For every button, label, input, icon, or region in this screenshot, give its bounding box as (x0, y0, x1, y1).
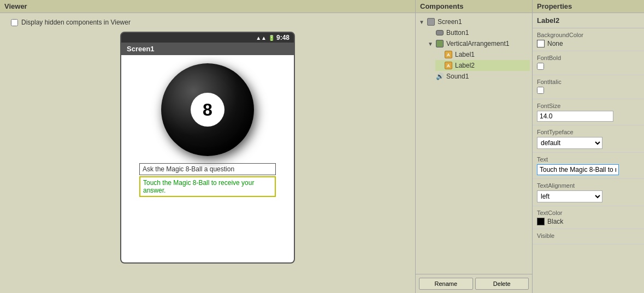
tree-label-vert1: VerticalArrangement1 (446, 40, 509, 47)
tree-label-label2: Label2 (455, 62, 475, 69)
properties-panel: Properties Label2 BackgroundColor None F… (533, 0, 644, 293)
tree-item-sound1[interactable]: 🔊 Sound1 (427, 71, 530, 82)
tree-item-button1[interactable]: Button1 (427, 27, 530, 38)
status-icons: ▲▲ 🔋 9:48 (256, 34, 289, 41)
sound-icon: 🔊 (435, 72, 444, 81)
properties-header: Properties (533, 0, 644, 13)
tree-label-label1: Label1 (455, 51, 475, 58)
prop-label-fonttypeface: FontTypeface (537, 129, 640, 135)
prop-font-bold: FontBold (533, 51, 644, 75)
tree-item-label1[interactable]: A Label1 (435, 49, 530, 60)
label1-box[interactable]: Ask the Magic 8-Ball a question (139, 163, 276, 175)
wifi-icon: ▲▲ (256, 35, 267, 41)
phone-screen-title: Screen1 (121, 43, 294, 55)
prop-text: Text (533, 153, 644, 179)
components-header: Components (416, 0, 532, 13)
eightball-circle: 8 (191, 93, 224, 127)
label2-icon: A (444, 61, 453, 70)
viewer-header: Viewer (0, 0, 415, 13)
prop-label-fontbold: FontBold (537, 55, 640, 61)
button-icon (435, 28, 444, 37)
rename-button[interactable]: Rename (419, 278, 473, 290)
prop-label-visible: Visible (537, 232, 640, 239)
fontitalic-checkbox[interactable] (537, 87, 544, 94)
label2-box[interactable]: Touch the Magic 8-Ball to receive your a… (139, 176, 276, 197)
prop-label-bgcolor: BackgroundColor (537, 32, 640, 38)
prop-background-color: BackgroundColor None (533, 28, 644, 51)
textcolor-swatch[interactable] (537, 218, 545, 225)
tree-label-button1: Button1 (446, 29, 469, 37)
tree-item-label2[interactable]: A Label2 (435, 60, 530, 71)
textalignment-row: left center right (537, 190, 640, 202)
delete-button[interactable]: Delete (475, 278, 529, 290)
prop-font-italic: FontItalic (533, 75, 644, 99)
bgcolor-text: None (547, 40, 563, 47)
display-hidden-label: Display hidden components in Viewer (21, 19, 131, 26)
tree-item-vert1[interactable]: ▼ VerticalArrangement1 (427, 38, 530, 49)
eightball-number: 8 (203, 100, 212, 120)
tree-toggle-screen1[interactable]: ▼ (419, 19, 424, 25)
prop-label-textalignment: TextAlignment (537, 182, 640, 189)
tree-label-screen1: Screen1 (438, 18, 462, 26)
prop-text-color: TextColor Black (533, 206, 644, 229)
prop-font-typeface: FontTypeface default serif sans serif mo… (533, 125, 644, 153)
textalignment-select[interactable]: left center right (537, 190, 602, 202)
tree-toggle-vert1[interactable]: ▼ (428, 41, 433, 47)
fonttypeface-row: default serif sans serif monospace (537, 137, 640, 149)
prop-label-fontsize: FontSize (537, 103, 640, 109)
phone-status-bar: ▲▲ 🔋 9:48 (121, 33, 294, 43)
screen-icon (427, 17, 435, 26)
prop-value-textcolor: Black (537, 218, 640, 225)
fontbold-checkbox[interactable] (537, 63, 544, 70)
tree-item-screen1[interactable]: ▼ Screen1 (418, 16, 530, 27)
phone-mockup: ▲▲ 🔋 9:48 Screen1 8 Ask the Magic 8-Ball… (120, 32, 295, 264)
tree-label-sound1: Sound1 (446, 73, 469, 80)
eightball[interactable]: 8 (161, 63, 254, 156)
battery-icon: 🔋 (268, 35, 275, 41)
property-component-name: Label2 (533, 13, 644, 28)
prop-value-bgcolor: None (537, 40, 640, 47)
component-tree: ▼ Screen1 Button1 ▼ VerticalArrangement1 (416, 13, 532, 85)
prop-label-fontitalic: FontItalic (537, 79, 640, 85)
vert-icon (435, 39, 444, 48)
eightball-container: 8 (142, 61, 273, 159)
prop-text-alignment: TextAlignment left center right (533, 179, 644, 206)
prop-label-text: Text (537, 156, 640, 163)
screen1-children: Button1 ▼ VerticalArrangement1 A Label1 (418, 27, 530, 82)
time-display: 9:48 (276, 34, 289, 41)
label1-icon: A (444, 50, 453, 59)
components-panel: Components ▼ Screen1 Button1 ▼ VerticalA… (415, 0, 533, 293)
fonttypeface-select[interactable]: default serif sans serif monospace (537, 137, 602, 149)
phone-screen-body: 8 Ask the Magic 8-Ball a question Touch … (121, 55, 294, 262)
display-hidden-checkbox[interactable] (11, 19, 18, 26)
vert1-children: A Label1 A Label2 (427, 49, 530, 71)
comp-bottom-buttons: Rename Delete (416, 274, 532, 293)
prop-font-size: FontSize (533, 99, 644, 125)
prop-visible: Visible (533, 229, 644, 244)
prop-label-textcolor: TextColor (537, 210, 640, 216)
textcolor-text: Black (547, 218, 563, 225)
fontsize-input[interactable] (537, 111, 613, 122)
bgcolor-swatch[interactable] (537, 40, 545, 47)
text-input[interactable] (537, 164, 619, 175)
viewer-panel: Viewer Display hidden components in View… (0, 0, 415, 293)
